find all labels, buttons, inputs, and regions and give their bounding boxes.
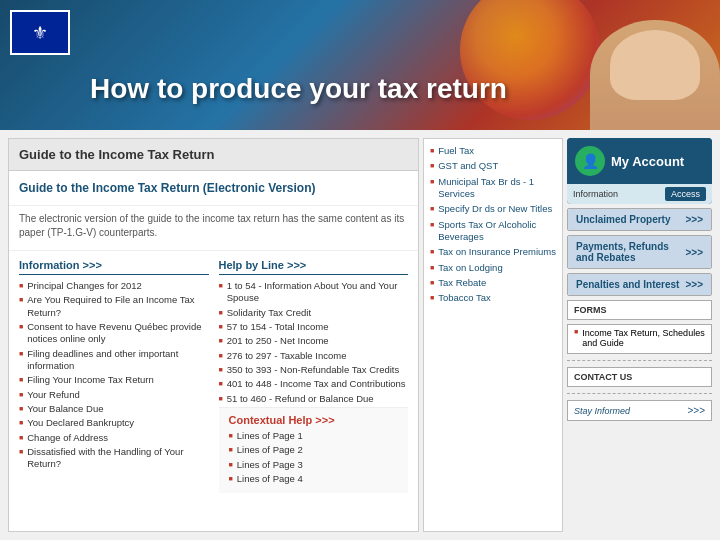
list-item[interactable]: Lines of Page 3 bbox=[229, 459, 399, 471]
header-section: How to produce your tax return bbox=[0, 0, 720, 130]
forms-divider: FORMS bbox=[567, 300, 712, 320]
nav-item[interactable]: Tax on Insurance Premiums bbox=[430, 246, 556, 258]
page-title: How to produce your tax return bbox=[90, 73, 507, 105]
contextual-help-section: Contextual Help >>> Lines of Page 1 Line… bbox=[219, 407, 409, 493]
information-header[interactable]: Information >>> bbox=[19, 259, 209, 275]
forms-label: FORMS bbox=[574, 305, 607, 315]
my-account-header: 👤 My Account bbox=[567, 138, 712, 184]
dashed-divider bbox=[567, 360, 712, 361]
nav-item[interactable]: Tax on Lodging bbox=[430, 262, 556, 274]
my-account-icon: 👤 bbox=[575, 146, 605, 176]
person-image bbox=[590, 20, 720, 130]
contextual-help-header[interactable]: Contextual Help >>> bbox=[229, 414, 399, 426]
stay-informed-box[interactable]: Stay Informed >>> bbox=[567, 400, 712, 421]
my-account-box: 👤 My Account Information Access bbox=[567, 138, 712, 204]
nav-item[interactable]: Fuel Tax bbox=[430, 145, 556, 157]
stay-informed-arrow: >>> bbox=[687, 405, 705, 416]
list-item[interactable]: Are You Required to File an Income Tax R… bbox=[19, 294, 209, 319]
list-item[interactable]: Lines of Page 2 bbox=[229, 444, 399, 456]
list-item[interactable]: 350 to 393 - Non-Refundable Tax Credits bbox=[219, 364, 409, 376]
nav-item[interactable]: GST and QST bbox=[430, 160, 556, 172]
payments-refunds-header[interactable]: Payments, Refunds and Rebates >>> bbox=[568, 236, 711, 268]
list-item[interactable]: 57 to 154 - Total Income bbox=[219, 321, 409, 333]
help-by-line-header[interactable]: Help by Line >>> bbox=[219, 259, 409, 275]
guide-subtitle[interactable]: Guide to the Income Tax Return (Electron… bbox=[9, 171, 418, 206]
nav-item[interactable]: Tax Rebate bbox=[430, 277, 556, 289]
guide-description: The electronic version of the guide to t… bbox=[9, 206, 418, 251]
unclaimed-property-box: Unclaimed Property >>> bbox=[567, 208, 712, 231]
penalties-interest-box: Penalties and Interest >>> bbox=[567, 273, 712, 296]
list-item[interactable]: Solidarity Tax Credit bbox=[219, 307, 409, 319]
list-item[interactable]: 276 to 297 - Taxable Income bbox=[219, 350, 409, 362]
my-account-info-label: Information bbox=[573, 189, 618, 199]
list-item[interactable]: Lines of Page 1 bbox=[229, 430, 399, 442]
list-item[interactable]: 1 to 54 - Information About You and Your… bbox=[219, 280, 409, 305]
help-by-line-section: Help by Line >>> 1 to 54 - Information A… bbox=[219, 259, 409, 493]
stay-informed-label: Stay Informed bbox=[574, 406, 630, 416]
penalties-interest-label: Penalties and Interest bbox=[576, 279, 679, 290]
information-section: Information >>> Principal Changes for 20… bbox=[19, 259, 209, 493]
dashed-divider-2 bbox=[567, 393, 712, 394]
contact-label: CONTACT US bbox=[574, 372, 632, 382]
unclaimed-property-arrow: >>> bbox=[685, 214, 703, 225]
payments-refunds-box: Payments, Refunds and Rebates >>> bbox=[567, 235, 712, 269]
list-item[interactable]: Change of Address bbox=[19, 432, 209, 444]
my-account-title: My Account bbox=[611, 154, 684, 169]
quebec-flag bbox=[10, 10, 70, 55]
form-links: Income Tax Return, Schedules and Guide bbox=[567, 324, 712, 354]
nav-item[interactable]: Tobacco Tax bbox=[430, 292, 556, 304]
list-item[interactable]: Principal Changes for 2012 bbox=[19, 280, 209, 292]
list-item[interactable]: You Declared Bankruptcy bbox=[19, 417, 209, 429]
help-by-line-list: 1 to 54 - Information About You and Your… bbox=[219, 280, 409, 405]
list-item[interactable]: 201 to 250 - Net Income bbox=[219, 335, 409, 347]
nav-item[interactable]: Sports Tax Or Alcoholic Beverages bbox=[430, 219, 556, 244]
list-item[interactable]: Filing deadlines and other important inf… bbox=[19, 348, 209, 373]
list-item[interactable]: Filing Your Income Tax Return bbox=[19, 374, 209, 386]
unclaimed-property-header[interactable]: Unclaimed Property >>> bbox=[568, 209, 711, 230]
penalties-interest-arrow: >>> bbox=[685, 279, 703, 290]
penalties-interest-header[interactable]: Penalties and Interest >>> bbox=[568, 274, 711, 295]
payments-refunds-arrow: >>> bbox=[685, 247, 703, 258]
contact-divider: CONTACT US bbox=[567, 367, 712, 387]
list-item[interactable]: Dissatisfied with the Handling of Your R… bbox=[19, 446, 209, 471]
guide-title-bar: Guide to the Income Tax Return bbox=[9, 139, 418, 171]
form-link-text: Income Tax Return, Schedules and Guide bbox=[582, 328, 705, 348]
access-button[interactable]: Access bbox=[665, 187, 706, 201]
main-content: Guide to the Income Tax Return Guide to … bbox=[0, 130, 720, 540]
sections-row: Information >>> Principal Changes for 20… bbox=[9, 251, 418, 501]
unclaimed-property-label: Unclaimed Property bbox=[576, 214, 670, 225]
nav-menu: Fuel Tax GST and QST Municipal Tax Br ds… bbox=[423, 138, 563, 532]
list-item[interactable]: Consent to have Revenu Québec provide no… bbox=[19, 321, 209, 346]
right-panel: 👤 My Account Information Access Unclaime… bbox=[567, 138, 712, 532]
nav-list: Fuel Tax GST and QST Municipal Tax Br ds… bbox=[424, 139, 562, 314]
list-item[interactable]: 401 to 448 - Income Tax and Contribution… bbox=[219, 378, 409, 390]
nav-item[interactable]: Municipal Tax Br ds - 1 Services bbox=[430, 176, 556, 201]
my-account-footer: Information Access bbox=[567, 184, 712, 204]
information-list: Principal Changes for 2012 Are You Requi… bbox=[19, 280, 209, 471]
left-panel: Guide to the Income Tax Return Guide to … bbox=[8, 138, 419, 532]
nav-item[interactable]: Specify Dr ds or New Titles bbox=[430, 203, 556, 215]
list-item[interactable]: Lines of Page 4 bbox=[229, 473, 399, 485]
payments-refunds-label: Payments, Refunds and Rebates bbox=[576, 241, 685, 263]
list-item[interactable]: 51 to 460 - Refund or Balance Due bbox=[219, 393, 409, 405]
list-item[interactable]: Income Tax Return, Schedules and Guide bbox=[574, 328, 705, 348]
list-item[interactable]: Your Balance Due bbox=[19, 403, 209, 415]
contextual-help-list: Lines of Page 1 Lines of Page 2 Lines of… bbox=[229, 430, 399, 485]
list-item[interactable]: Your Refund bbox=[19, 389, 209, 401]
